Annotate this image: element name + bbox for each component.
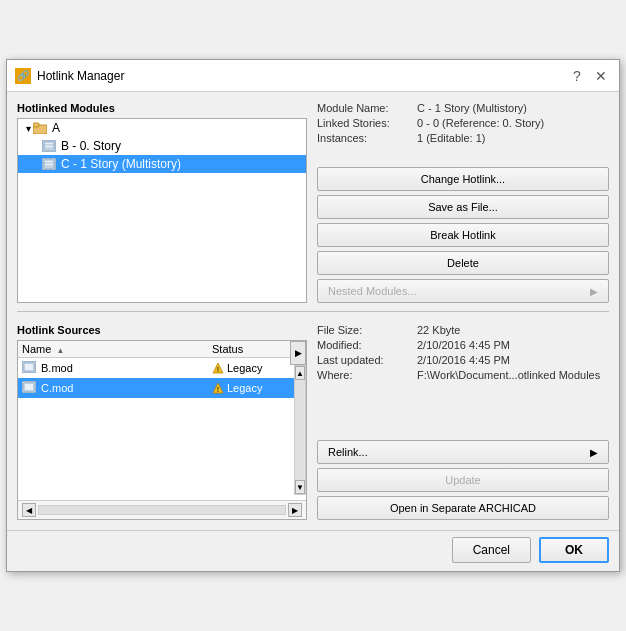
chevron-A[interactable]: ▾ — [26, 123, 31, 134]
folder-icon-A — [33, 122, 49, 134]
module-name-value: C - 1 Story (Multistory) — [417, 102, 527, 114]
break-hotlink-button[interactable]: Break Hotlink — [317, 223, 609, 247]
modified-label: Modified: — [317, 339, 417, 351]
warn-icon-bmod: ! — [212, 362, 224, 374]
instances-value: 1 (Editable: 1) — [417, 132, 485, 144]
module-info-panel: Module Name: C - 1 Story (Multistory) Li… — [317, 102, 609, 303]
linked-stories-value: 0 - 0 (Reference: 0. Story) — [417, 117, 544, 129]
nested-modules-button[interactable]: Nested Modules... ▶ — [317, 279, 609, 303]
source-name-cmod: C.mod — [41, 382, 212, 394]
scroll-thumb-area — [295, 380, 305, 480]
svg-text:!: ! — [217, 386, 219, 393]
update-button[interactable]: Update — [317, 468, 609, 492]
scroll-up-btn[interactable]: ▲ — [295, 366, 305, 380]
source-row-cmod[interactable]: C.mod ! Legacy — [18, 378, 306, 398]
relink-button[interactable]: Relink... ▶ — [317, 440, 609, 464]
relink-label: Relink... — [328, 446, 368, 458]
hotlink-manager-dialog: 🔗 Hotlink Manager ? ✕ Hotlinked Modules … — [6, 59, 620, 572]
last-updated-value: 2/10/2016 4:45 PM — [417, 354, 510, 366]
scroll-left-btn[interactable]: ◀ — [22, 503, 36, 517]
title-bar: 🔗 Hotlink Manager ? ✕ — [7, 60, 619, 92]
save-as-file-button[interactable]: Save as File... — [317, 195, 609, 219]
scroll-down-btn[interactable]: ▼ — [295, 480, 305, 494]
file-size-label: File Size: — [317, 324, 417, 336]
svg-text:!: ! — [217, 366, 219, 373]
tree-item-B[interactable]: B - 0. Story — [18, 137, 306, 155]
file-size-row: File Size: 22 Kbyte — [317, 324, 609, 336]
close-button[interactable]: ✕ — [591, 66, 611, 86]
cancel-button[interactable]: Cancel — [452, 537, 531, 563]
tree-label-C: C - 1 Story (Multistory) — [61, 157, 181, 171]
col-name-header: Name ▲ — [22, 343, 212, 355]
title-bar-left: 🔗 Hotlink Manager — [15, 68, 124, 84]
ok-button[interactable]: OK — [539, 537, 609, 563]
dialog-body: Hotlinked Modules ▾ A — [7, 92, 619, 530]
tree-label-A: A — [52, 121, 60, 135]
horizontal-scrollbar[interactable]: ◀ ▶ — [18, 500, 306, 519]
info-rows-bottom: File Size: 22 Kbyte Modified: 2/10/2016 … — [317, 324, 609, 384]
svg-rect-7 — [44, 160, 54, 168]
side-scroll-btn[interactable]: ▶ — [290, 341, 306, 365]
where-value: F:\Work\Document...otlinked Modules — [417, 369, 600, 381]
modified-value: 2/10/2016 4:45 PM — [417, 339, 510, 351]
nested-modules-arrow: ▶ — [590, 286, 598, 297]
dialog-title: Hotlink Manager — [37, 69, 124, 83]
source-icon-bmod — [22, 361, 38, 375]
source-row-bmod[interactable]: B.mod ! Legacy — [18, 358, 306, 378]
tree-panel: Hotlinked Modules ▾ A — [17, 102, 307, 303]
open-archicad-button[interactable]: Open in Separate ARCHICAD — [317, 496, 609, 520]
where-label: Where: — [317, 369, 417, 381]
dialog-footer: Cancel OK — [7, 530, 619, 571]
source-status-bmod: ! Legacy — [212, 362, 302, 374]
vertical-scrollbar[interactable]: ▲ ▼ — [294, 365, 306, 495]
tree-item-C[interactable]: C - 1 Story (Multistory) — [18, 155, 306, 173]
source-status-cmod: ! Legacy — [212, 382, 302, 394]
linked-stories-label: Linked Stories: — [317, 117, 417, 129]
sources-panel: Hotlink Sources Name ▲ Status ▶ — [17, 324, 307, 520]
hotlink-sources-label: Hotlink Sources — [17, 324, 307, 336]
svg-rect-1 — [33, 123, 39, 127]
last-updated-label: Last updated: — [317, 354, 417, 366]
where-row: Where: F:\Work\Document...otlinked Modul… — [317, 369, 609, 381]
source-icon-cmod — [22, 381, 38, 395]
svg-rect-11 — [24, 363, 34, 371]
col-status-header: Status — [212, 343, 302, 355]
delete-button[interactable]: Delete — [317, 251, 609, 275]
module-name-label: Module Name: — [317, 102, 417, 114]
file-info-panel: File Size: 22 Kbyte Modified: 2/10/2016 … — [317, 324, 609, 520]
module-name-row: Module Name: C - 1 Story (Multistory) — [317, 102, 609, 114]
module-icon-C — [42, 158, 58, 170]
top-section: Hotlinked Modules ▾ A — [17, 102, 609, 303]
source-name-bmod: B.mod — [41, 362, 212, 374]
section-divider — [17, 311, 609, 312]
last-updated-row: Last updated: 2/10/2016 4:45 PM — [317, 354, 609, 366]
hotlinked-modules-label: Hotlinked Modules — [17, 102, 307, 114]
scroll-right-btn[interactable]: ▶ — [288, 503, 302, 517]
modified-row: Modified: 2/10/2016 4:45 PM — [317, 339, 609, 351]
tree-box: ▾ A — [17, 118, 307, 303]
warn-icon-cmod: ! — [212, 382, 224, 394]
help-button[interactable]: ? — [567, 66, 587, 86]
title-controls: ? ✕ — [567, 66, 611, 86]
svg-rect-3 — [44, 142, 54, 150]
scroll-track-h — [38, 505, 286, 515]
app-icon: 🔗 — [15, 68, 31, 84]
module-icon-B — [42, 140, 58, 152]
file-size-value: 22 Kbyte — [417, 324, 460, 336]
change-hotlink-button[interactable]: Change Hotlink... — [317, 167, 609, 191]
source-buttons: Relink... ▶ Update Open in Separate ARCH… — [317, 440, 609, 520]
module-buttons: Change Hotlink... Save as File... Break … — [317, 167, 609, 303]
sources-box: Name ▲ Status ▶ — [17, 340, 307, 520]
tree-label-B: B - 0. Story — [61, 139, 121, 153]
instances-label: Instances: — [317, 132, 417, 144]
sources-header: Name ▲ Status ▶ — [18, 341, 306, 358]
relink-arrow: ▶ — [590, 447, 598, 458]
info-rows-top: Module Name: C - 1 Story (Multistory) Li… — [317, 102, 609, 147]
sources-list: B.mod ! Legacy — [18, 358, 306, 500]
linked-stories-row: Linked Stories: 0 - 0 (Reference: 0. Sto… — [317, 117, 609, 129]
nested-modules-label: Nested Modules... — [328, 285, 417, 297]
instances-row: Instances: 1 (Editable: 1) — [317, 132, 609, 144]
bottom-section: Hotlink Sources Name ▲ Status ▶ — [17, 324, 609, 520]
tree-item-A[interactable]: ▾ A — [18, 119, 306, 137]
svg-rect-15 — [24, 383, 34, 391]
